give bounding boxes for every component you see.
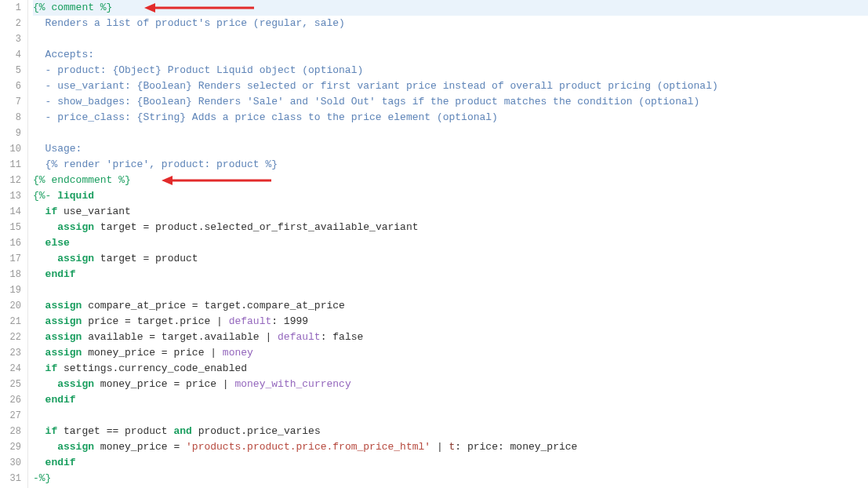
code-token: Usage: [33,143,82,155]
code-line[interactable]: - show_badges: {Boolean} Renders 'Sale' … [33,94,868,110]
code-token: assign [57,378,94,390]
code-line[interactable] [33,408,868,424]
code-token: assign [45,331,82,343]
code-token: compare_at_price = target.compare_at_pri… [82,300,344,311]
code-token: price = target.price | [82,315,228,327]
code-line[interactable]: assign price = target.price | default: 1… [33,314,868,330]
line-number: 21 [0,314,27,330]
code-token [33,457,45,468]
code-line[interactable]: Accepts: [33,47,868,63]
code-token: money_with_currency [234,378,350,390]
code-line[interactable]: assign money_price = price | money_with_… [33,377,868,392]
code-token: target == product [57,425,173,437]
code-token [33,268,45,280]
code-token: settings.currency_code_enabled [57,362,247,374]
line-number: 30 [0,455,27,471]
code-token: assign [45,300,82,311]
code-token: target = product.selected_or_first_avail… [94,221,418,233]
code-token: -%} [33,472,51,484]
code-token: {% endcomment %} [33,174,131,186]
code-line[interactable] [33,282,868,298]
code-token: endif [45,268,76,280]
line-number: 27 [0,408,27,424]
code-token [33,347,45,359]
line-number: 17 [0,251,27,267]
code-token: : false [321,331,364,343]
code-token: - price_class: {String} Adds a price cla… [33,111,498,123]
line-number: 6 [0,78,27,94]
code-token [33,378,57,390]
code-token: default [229,315,272,327]
line-number: 28 [0,424,27,439]
code-token [33,331,45,343]
code-line[interactable]: assign money_price = 'products.product.p… [33,439,868,455]
code-line[interactable]: assign money_price = price | money [33,345,868,361]
code-line[interactable]: - price_class: {String} Adds a price cla… [33,110,868,126]
code-token: default [278,331,321,343]
code-token: {%- [33,190,57,202]
code-token [33,206,45,217]
code-token: | [430,441,449,453]
code-token [33,300,45,311]
code-token: {% comment %} [33,2,112,13]
code-token: assign [57,221,94,233]
line-number: 31 [0,471,27,486]
line-number: 10 [0,141,27,157]
code-line[interactable]: - product: {Object} Product Liquid objec… [33,63,868,78]
line-number: 18 [0,267,27,282]
code-token: assign [57,441,94,453]
code-token: assign [45,347,82,359]
code-token: endif [45,394,76,406]
line-number: 23 [0,345,27,361]
code-token: target = product [94,253,198,264]
code-line[interactable]: assign available = target.available | de… [33,330,868,345]
code-line[interactable]: Usage: [33,141,868,157]
code-line[interactable]: if target == product and product.price_v… [33,424,868,439]
code-token: : price: money_price [455,441,577,453]
code-token: liquid [57,190,94,202]
code-line[interactable]: assign compare_at_price = target.compare… [33,298,868,314]
code-line[interactable]: assign target = product.selected_or_firs… [33,220,868,235]
code-line[interactable]: endif [33,267,868,282]
code-token: else [45,237,70,249]
code-line[interactable]: Renders a list of product's price (regul… [33,16,868,31]
line-number: 24 [0,361,27,377]
code-token [33,237,45,249]
code-token [33,253,57,264]
code-line[interactable]: {% comment %} [33,0,868,16]
code-line[interactable]: {% render 'price', product: product %} [33,157,868,173]
code-token [33,362,45,374]
code-line[interactable]: endif [33,392,868,408]
code-line[interactable]: assign target = product [33,251,868,267]
code-line[interactable]: {%- liquid [33,188,868,204]
code-line[interactable] [33,126,868,141]
line-number: 14 [0,204,27,220]
line-number: 1 [0,0,27,16]
code-token: - use_variant: {Boolean} Renders selecte… [33,80,718,92]
line-number: 3 [0,31,27,47]
code-line[interactable]: - use_variant: {Boolean} Renders selecte… [33,78,868,94]
code-line[interactable]: endif [33,455,868,471]
code-line[interactable]: {% endcomment %} [33,173,868,188]
line-number: 2 [0,16,27,31]
line-number: 20 [0,298,27,314]
line-number: 12 [0,173,27,188]
code-token: and [173,425,191,437]
code-area[interactable]: {% comment %} Renders a list of product'… [28,0,868,488]
code-line[interactable] [33,31,868,47]
line-number: 5 [0,63,27,78]
line-number: 26 [0,392,27,408]
code-line[interactable]: if settings.currency_code_enabled [33,361,868,377]
line-number: 22 [0,330,27,345]
code-token: {% render 'price', product: product %} [33,158,278,170]
code-token: 'products.product.price.from_price_html' [186,441,430,453]
code-token: money_price = price | [94,378,234,390]
code-line[interactable]: else [33,235,868,251]
code-token: assign [45,315,82,327]
code-token [33,315,45,327]
code-token [33,221,57,233]
line-number: 13 [0,188,27,204]
code-line[interactable]: if use_variant [33,204,868,220]
line-number: 16 [0,235,27,251]
code-line[interactable]: -%} [33,471,868,486]
